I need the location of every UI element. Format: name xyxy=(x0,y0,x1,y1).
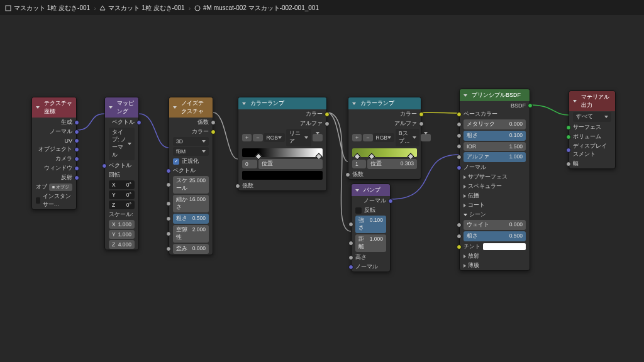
node-mapping[interactable]: マッピング ベクトル タイプ: ノーマル ベクトル 回転 X0° Y0° Z0°… xyxy=(104,97,139,250)
input-displacement: ディスプレイスメント xyxy=(573,142,611,158)
chevron-right-icon: › xyxy=(189,5,191,12)
node-principled-bsdf[interactable]: プリンシプルBSDF BSDF ベースカラー メタリック0.000 粗さ0.10… xyxy=(459,89,530,271)
input-fac: 係数 xyxy=(352,170,364,178)
breadcrumb-material[interactable]: #M muscat-002 マスカット-002-001_001 xyxy=(194,4,319,13)
ramp-stop-index[interactable]: 0 xyxy=(242,160,257,168)
invert-label: 反転 xyxy=(364,206,375,214)
strength-field[interactable]: 強さ0.100 xyxy=(355,216,386,233)
output-uv: UV xyxy=(64,138,72,144)
instancer-checkbox[interactable] xyxy=(36,197,40,204)
rot-y-field[interactable]: Y0° xyxy=(109,190,135,199)
breadcrumb: マスカット 1粒 皮むき-001 › マスカット 1粒 皮むき-001 › #M… xyxy=(5,4,319,13)
node-color-ramp-2[interactable]: カラーランプ カラー アルファ +−RGBBスプ… 1位置0.303 係数 xyxy=(348,97,421,180)
node-noise-texture[interactable]: ノイズテクスチャ 係数 カラー 3D fBM ✓正規化 ベクトル スケール25.… xyxy=(169,97,213,255)
node-texture-coordinate[interactable]: テクスチャ座標 生成 ノーマル UV オブジェクト カメラ ウィンドウ 反射 オ… xyxy=(31,97,77,210)
ramp-gradient[interactable] xyxy=(352,148,417,157)
panel-specular[interactable]: スペキュラー xyxy=(460,182,530,191)
type-dropdown[interactable]: タイプ: ノーマル xyxy=(109,128,135,160)
scale-x-field[interactable]: X1.000 xyxy=(109,220,135,229)
scale-label: スケール: xyxy=(109,211,133,219)
panel-thinfilm[interactable]: 薄膜 xyxy=(460,261,530,270)
distance-field[interactable]: 距離1.000 xyxy=(355,234,386,252)
dimensions-dropdown[interactable]: 3D xyxy=(173,137,209,146)
rotation-label: 回転 xyxy=(109,171,120,179)
input-thickness: 幅 xyxy=(573,160,579,168)
node-bump[interactable]: バンプ ノーマル 反転 強さ0.100 距離1.000 高さ ノーマル xyxy=(351,184,391,272)
sheen-roughness-field[interactable]: 粗さ0.500 xyxy=(464,231,526,241)
object-label: オブ xyxy=(36,183,47,191)
ramp-stop-index[interactable]: 1 xyxy=(352,160,366,168)
input-normal: ノーマル xyxy=(464,163,486,172)
panel-emission[interactable]: 放射 xyxy=(460,251,530,261)
roughness-field[interactable]: 粗さ0.500 xyxy=(173,214,209,224)
sheen-weight-field[interactable]: ウェイト0.000 xyxy=(464,220,526,230)
rot-x-field[interactable]: X0° xyxy=(109,180,135,189)
output-fac: 係数 xyxy=(197,118,209,126)
node-color-ramp-1[interactable]: カラーランプ カラー アルファ +−RGBリニア 0位置 係数 xyxy=(238,97,327,191)
ramp-position-field[interactable]: 位置0.303 xyxy=(367,159,417,169)
metallic-field[interactable]: メタリック0.000 xyxy=(464,119,526,129)
lacunarity-field[interactable]: 空隙性2.000 xyxy=(173,225,209,243)
ramp-remove-stop[interactable]: − xyxy=(363,134,372,141)
output-bsdf: BSDF xyxy=(511,102,526,109)
panel-subsurface[interactable]: サブサーフェス xyxy=(460,172,530,182)
node-header[interactable]: バンプ xyxy=(352,184,390,196)
ramp-gradient[interactable] xyxy=(242,148,323,157)
instancer-label: インスタンサー… xyxy=(43,192,72,209)
ramp-mode-1[interactable]: RGB xyxy=(264,133,285,142)
node-header[interactable]: テクスチャ座標 xyxy=(32,97,76,118)
target-dropdown[interactable]: すべて xyxy=(573,112,611,122)
ramp-interp-2[interactable]: Bスプ… xyxy=(396,129,419,146)
roughness-field[interactable]: 粗さ0.100 xyxy=(464,131,526,141)
output-alpha: アルファ xyxy=(394,119,417,128)
scale-field[interactable]: スケール25.000 xyxy=(173,176,209,194)
ramp-interp-1[interactable]: リニア xyxy=(286,129,311,146)
chevron-right-icon: › xyxy=(94,5,96,12)
detail-field[interactable]: 細かさ16.000 xyxy=(173,195,209,212)
ramp-position-field[interactable]: 位置 xyxy=(258,159,323,169)
output-camera: カメラ xyxy=(55,155,72,163)
input-volume: ボリューム xyxy=(573,133,601,141)
node-header[interactable]: マッピング xyxy=(105,97,138,118)
ior-field[interactable]: IOR1.500 xyxy=(464,142,526,151)
object-picker[interactable]: ■ オブジ xyxy=(49,184,72,191)
panel-sheen[interactable]: シーン xyxy=(460,210,530,219)
invert-checkbox[interactable] xyxy=(355,207,362,214)
node-header[interactable]: プリンシプルBSDF xyxy=(460,89,530,101)
breadcrumb-object[interactable]: マスカット 1粒 皮むき-001 xyxy=(5,4,90,13)
ramp-add-stop[interactable]: + xyxy=(242,134,252,141)
ramp-mode-2[interactable]: RGB xyxy=(373,133,394,142)
noise-type-dropdown[interactable]: fBM xyxy=(173,147,209,156)
panel-transmission[interactable]: 伝播 xyxy=(460,191,530,200)
node-material-output[interactable]: マテリアル出力 すべて サーフェス ボリューム ディスプレイスメント 幅 xyxy=(569,90,616,169)
sheen-tint-swatch[interactable] xyxy=(483,243,526,250)
node-header[interactable]: マテリアル出力 xyxy=(569,91,615,111)
output-color: カラー xyxy=(400,110,417,118)
node-header[interactable]: カラーランプ xyxy=(348,97,421,109)
panel-coat[interactable]: コート xyxy=(460,200,530,210)
alpha-field[interactable]: アルファ1.000 xyxy=(464,152,526,162)
ramp-remove-stop[interactable]: − xyxy=(253,134,262,141)
output-normal: ノーマル xyxy=(364,197,386,205)
node-header[interactable]: ノイズテクスチャ xyxy=(169,97,213,118)
input-normal: ノーマル xyxy=(355,263,378,271)
ramp-menu[interactable] xyxy=(421,134,431,141)
normalize-checkbox[interactable]: ✓ xyxy=(173,158,179,165)
output-reflection: 反射 xyxy=(61,173,72,182)
node-editor-canvas[interactable]: テクスチャ座標 生成 ノーマル UV オブジェクト カメラ ウィンドウ 反射 オ… xyxy=(0,15,644,362)
input-base-color: ベースカラー xyxy=(464,110,497,118)
node-header[interactable]: カラーランプ xyxy=(238,97,326,109)
output-color: カラー xyxy=(306,110,323,118)
input-fac: 係数 xyxy=(242,182,253,190)
scale-y-field[interactable]: Y1.000 xyxy=(109,230,135,239)
ramp-menu[interactable] xyxy=(313,134,323,141)
output-color: カラー xyxy=(192,128,209,136)
output-generated: 生成 xyxy=(61,118,72,126)
ramp-color-swatch[interactable] xyxy=(242,171,323,180)
ramp-add-stop[interactable]: + xyxy=(352,134,362,141)
rot-z-field[interactable]: Z0° xyxy=(109,200,135,209)
breadcrumb-mesh[interactable]: マスカット 1粒 皮むき-001 xyxy=(99,4,184,13)
distortion-field[interactable]: 歪み0.000 xyxy=(173,244,209,254)
scale-z-field[interactable]: Z4.000 xyxy=(109,240,135,249)
input-height: 高さ xyxy=(355,253,367,261)
